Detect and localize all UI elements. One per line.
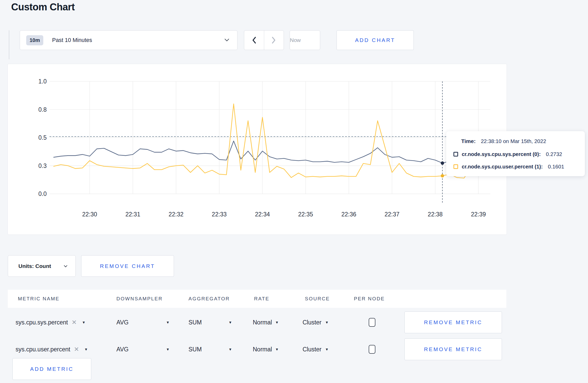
metric-name-select[interactable]: sys.cpu.sys.percent ✕ ▼ — [16, 309, 86, 336]
chevron-right-icon — [272, 37, 276, 44]
tooltip-series-value: 0.1601 — [548, 164, 564, 170]
series-sys-swatch-icon — [453, 152, 458, 157]
per-node-checkbox[interactable] — [369, 345, 375, 354]
metric-row: sys.cpu.sys.percent ✕ ▼ AVG ▼ SUM ▼ Norm… — [8, 309, 506, 336]
time-range-select[interactable]: 10m Past 10 Minutes — [20, 30, 237, 50]
aggregator-select[interactable]: SUM ▼ — [188, 309, 232, 336]
remove-metric-button[interactable]: REMOVE METRIC — [404, 338, 502, 360]
caret-down-icon: ▼ — [325, 347, 329, 351]
aggregator-value: SUM — [188, 319, 202, 326]
per-node-checkbox[interactable] — [369, 318, 375, 327]
caret-down-icon: ▼ — [325, 320, 329, 324]
col-header-metric-name: METRIC NAME — [18, 290, 60, 308]
rate-value: Normal — [253, 346, 272, 353]
time-nav-group — [244, 30, 284, 50]
source-value: Cluster — [303, 319, 321, 326]
remove-metric-button[interactable]: REMOVE METRIC — [404, 311, 502, 333]
downsampler-select[interactable]: AVG ▼ — [116, 309, 170, 336]
metrics-table-header: METRIC NAME DOWNSAMPLER AGGREGATOR RATE … — [8, 290, 506, 308]
tooltip-time-value: 22:38:10 on Mar 15th, 2022 — [481, 138, 546, 144]
svg-text:22:39: 22:39 — [471, 211, 486, 218]
time-back-button[interactable] — [244, 31, 264, 50]
tooltip-time-label: Time: — [461, 138, 476, 144]
chart-card[interactable]: 0.00.30.50.81.022:3022:3122:3222:3322:34… — [8, 64, 507, 235]
svg-text:0.5: 0.5 — [38, 134, 47, 141]
downsampler-value: AVG — [116, 319, 129, 326]
clear-metric-icon[interactable]: ✕ — [74, 346, 79, 353]
rate-select[interactable]: Normal ▼ — [253, 336, 279, 363]
units-select[interactable]: Units: Count — [8, 255, 76, 277]
source-select[interactable]: Cluster ▼ — [303, 309, 329, 336]
svg-text:1.0: 1.0 — [38, 78, 47, 85]
toolbar-divider — [9, 30, 9, 59]
svg-text:0.3: 0.3 — [38, 162, 47, 169]
col-header-aggregator: AGGREGATOR — [188, 290, 230, 308]
source-select[interactable]: Cluster ▼ — [303, 336, 329, 363]
col-header-per-node: PER NODE — [354, 290, 385, 308]
chart-svg: 0.00.30.50.81.022:3022:3122:3222:3322:34… — [8, 64, 507, 235]
metric-name-value: sys.cpu.user.percent — [16, 346, 70, 353]
add-chart-button[interactable]: ADD CHART — [337, 30, 414, 50]
custom-chart-page: Custom Chart 10m Past 10 Minutes Now ADD… — [0, 0, 588, 383]
downsampler-select[interactable]: AVG ▼ — [116, 336, 170, 363]
rate-select[interactable]: Normal ▼ — [253, 309, 279, 336]
time-range-label: Past 10 Minutes — [52, 37, 92, 44]
svg-text:22:30: 22:30 — [82, 211, 97, 218]
svg-text:22:34: 22:34 — [255, 211, 270, 218]
caret-down-icon: ▼ — [228, 320, 232, 324]
rate-value: Normal — [253, 319, 272, 326]
svg-text:22:36: 22:36 — [341, 211, 356, 218]
source-value: Cluster — [303, 346, 321, 353]
tooltip-series-value: 0.2732 — [546, 151, 562, 157]
chevron-left-icon — [252, 37, 256, 44]
caret-down-icon: ▼ — [228, 347, 232, 351]
caret-down-icon[interactable]: ▼ — [84, 347, 88, 351]
col-header-source: SOURCE — [305, 290, 330, 308]
svg-text:22:38: 22:38 — [428, 211, 443, 218]
svg-text:22:32: 22:32 — [169, 211, 184, 218]
time-forward-button[interactable] — [264, 31, 284, 50]
svg-text:0.0: 0.0 — [38, 190, 47, 197]
col-header-downsampler: DOWNSAMPLER — [116, 290, 163, 308]
chevron-down-icon — [224, 38, 229, 42]
caret-down-icon: ▼ — [275, 320, 279, 324]
series-user-swatch-icon — [453, 164, 458, 169]
chart-tooltip: Time: 22:38:10 on Mar 15th, 2022 cr.node… — [446, 131, 585, 176]
units-label: Units: Count — [18, 263, 51, 269]
svg-text:22:33: 22:33 — [212, 211, 227, 218]
page-title: Custom Chart — [11, 2, 75, 13]
caret-down-icon: ▼ — [166, 320, 170, 324]
now-button[interactable]: Now — [290, 30, 320, 50]
time-range-badge: 10m — [26, 35, 43, 45]
add-metric-button[interactable]: ADD METRIC — [12, 358, 91, 380]
tooltip-series-name: cr.node.sys.cpu.sys.percent (0): — [462, 151, 541, 157]
col-header-rate: RATE — [254, 290, 269, 308]
chevron-down-icon — [64, 264, 68, 268]
downsampler-value: AVG — [116, 346, 129, 353]
caret-down-icon: ▼ — [166, 347, 170, 351]
svg-text:22:37: 22:37 — [384, 211, 400, 218]
clear-metric-icon[interactable]: ✕ — [72, 319, 77, 326]
caret-down-icon[interactable]: ▼ — [82, 320, 86, 324]
svg-text:22:35: 22:35 — [298, 211, 313, 218]
aggregator-value: SUM — [188, 346, 202, 353]
tooltip-series-name: cr.node.sys.cpu.user.percent (1): — [462, 164, 543, 170]
remove-chart-button[interactable]: REMOVE CHART — [81, 255, 174, 277]
svg-text:22:31: 22:31 — [125, 211, 141, 218]
metric-name-value: sys.cpu.sys.percent — [16, 319, 68, 326]
svg-text:0.8: 0.8 — [38, 106, 47, 113]
aggregator-select[interactable]: SUM ▼ — [188, 336, 232, 363]
caret-down-icon: ▼ — [275, 347, 279, 351]
